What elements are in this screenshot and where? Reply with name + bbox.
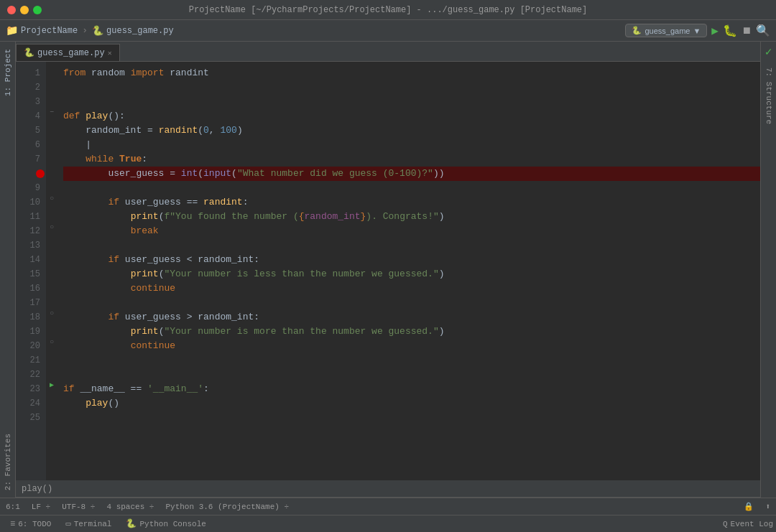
close-button[interactable] [7,6,16,14]
line-num-17: 17 [16,296,46,310]
tab-python-console[interactable]: 🐍 Python Console [119,517,213,531]
line-num-19: 19 [16,325,46,339]
line-num-10: 10 [16,195,46,210]
checkmark-icon: ✓ [762,42,775,62]
line-num-12: 12 [16,224,46,238]
run-config-button[interactable]: 🐍 guess_game ▼ [625,24,707,37]
minimize-button[interactable] [20,6,29,14]
code-line-11: print(f"You found the number ({random_in… [63,210,760,224]
run-button[interactable]: ▶ [711,24,719,38]
line-ending[interactable]: LF ÷ [32,503,50,511]
code-line-21 [63,353,760,368]
gutter-12: ○ [46,220,57,234]
bottombar: ≡ 6: TODO ▭ Terminal 🐍 Python Console Q … [0,515,776,532]
code-line-17 [63,296,760,310]
gutter-4: − [46,105,57,119]
code-line-12: break [63,224,760,238]
line-num-5: 5 [16,123,46,138]
event-log-icon: Q [723,520,728,528]
line-num-20: 20 [16,339,46,353]
code-line-6: | [63,138,760,152]
code-line-20: continue [63,339,760,353]
terminal-label: Terminal [74,520,112,528]
tabs-bar: 🐍 guess_game.py ✕ [16,42,760,62]
gutter-18: ○ [46,306,57,320]
tab-label: guess_game.py [37,48,105,58]
gutter-6 [46,134,57,148]
gutter-20: ○ [46,335,57,349]
tab-close-icon[interactable]: ✕ [108,49,112,57]
gutter-2 [46,76,57,90]
code-line-24: play() [63,396,760,411]
file-icon: 🐍 [92,25,103,37]
gutter-1 [46,62,57,76]
sidebar-item-favorites[interactable]: 2: Favorites [1,426,15,498]
line-num-6: 6 [16,138,46,152]
lock-icon: 🔒 [744,502,754,511]
right-sidebar: ✓ 7: Structure [760,42,776,498]
left-sidebar: 1: Project 2: Favorites [0,42,16,498]
gutter-24 [46,392,57,406]
line-num-23: 23 [16,382,46,396]
code-line-23: if __name__ == '__main__': [63,382,760,396]
line-numbers: 1 2 3 4 5 6 7 9 10 11 12 13 14 15 16 17 … [16,62,46,480]
code-line-8: user_guess = int(input("What number did … [63,167,760,181]
breadcrumb-separator: › [82,25,88,36]
maximize-button[interactable] [33,6,42,14]
code-line-22 [63,368,760,382]
line-num-25: 25 [16,411,46,425]
gutter-19 [46,320,57,335]
gutter-14 [46,248,57,263]
gutter-10: ○ [46,191,57,205]
main-area: 1: Project 2: Favorites 🐍 guess_game.py … [0,42,776,498]
tab-guess-game[interactable]: 🐍 guess_game.py ✕ [16,44,120,61]
todo-icon: ≡ [10,519,15,529]
code-line-9 [63,181,760,195]
titlebar: ProjectName [~/PycharmProjects/ProjectNa… [0,0,776,20]
run-config-label: guess_game [645,27,690,35]
line-num-4: 4 [16,109,46,123]
sidebar-item-project[interactable]: 1: Project [1,42,15,103]
tab-terminal[interactable]: ▭ Terminal [58,517,119,531]
tab-file-icon: 🐍 [24,47,34,58]
gutter-3 [46,90,57,105]
gutter-5 [46,119,57,134]
gutter-13 [46,234,57,248]
code-line-7: ➜ while True: [63,152,760,167]
line-num-13: 13 [16,238,46,253]
line-num-14: 14 [16,253,46,267]
encoding[interactable]: UTF-8 ÷ [62,503,95,511]
file-breadcrumb[interactable]: guess_game.py [106,26,174,36]
gutter-15 [46,263,57,277]
gutter-9 [46,177,57,191]
line-num-7: 7 [16,152,46,167]
todo-label: 6: TODO [18,520,51,528]
sidebar-item-structure[interactable]: 7: Structure [762,62,776,130]
code-line-1: from random import randint [63,66,760,80]
debug-button[interactable]: 🐛 [723,24,737,38]
search-button[interactable]: 🔍 [756,24,770,38]
tab-todo[interactable]: ≡ 6: TODO [3,518,58,531]
code-line-19: print("Your number is more than the numb… [63,325,760,339]
python-version[interactable]: Python 3.6 (ProjectName) ÷ [165,503,289,511]
line-num-1: 1 [16,66,46,80]
code-gutter: − ○ ○ ○ ○ ▶ [46,62,57,480]
dropdown-icon: ▼ [693,27,701,35]
indent-info[interactable]: 4 spaces ÷ [106,503,154,511]
project-breadcrumb[interactable]: ProjectName [21,26,78,36]
cursor-position: 6:1 [6,503,20,511]
code-line-10: if user_guess == randint: [63,195,760,210]
line-num-8 [16,167,46,181]
code-editor[interactable]: 1 2 3 4 5 6 7 9 10 11 12 13 14 15 16 17 … [16,62,760,480]
code-line-4: def play(): [63,109,760,123]
code-line-18: if user_guess > random_int: [63,310,760,325]
event-log-label[interactable]: Event Log [731,520,773,528]
gutter-17 [46,291,57,306]
line-num-11: 11 [16,210,46,224]
window-title: ProjectName [~/PycharmProjects/ProjectNa… [189,5,588,15]
code-line-3 [63,95,760,109]
code-content[interactable]: from random import randint def play(): r… [57,62,760,480]
stop-button[interactable]: ⏹ [742,25,752,37]
code-line-5: random_int = randint(0, 100) [63,123,760,138]
traffic-lights [7,6,42,14]
